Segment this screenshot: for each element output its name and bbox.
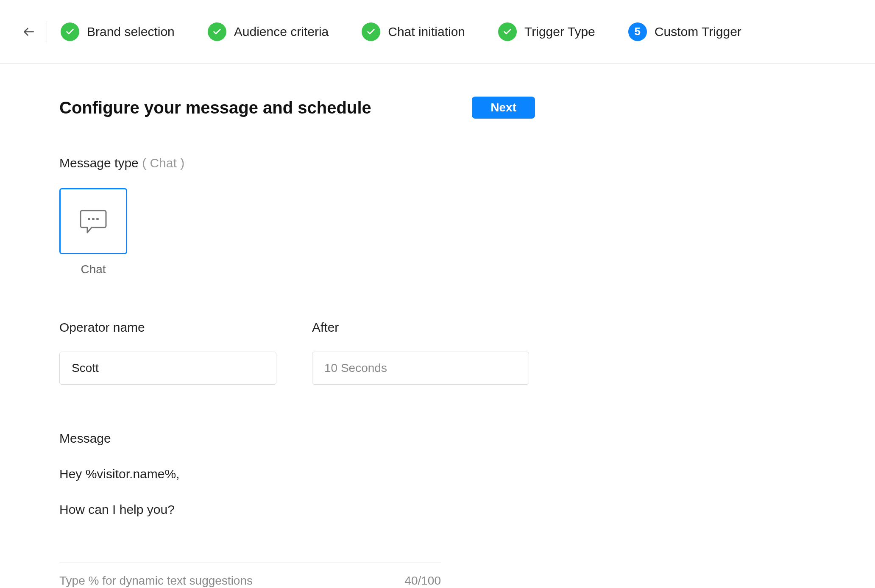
message-type-label-text: Message type: [59, 156, 139, 170]
step-custom-trigger[interactable]: 5 Custom Trigger: [628, 22, 741, 41]
message-type-label: Message type ( Chat ): [59, 156, 551, 170]
next-button[interactable]: Next: [472, 97, 535, 119]
svg-point-3: [96, 218, 99, 220]
message-textarea[interactable]: Hey %visitor.name%, How can I help you?: [59, 465, 441, 550]
check-icon: [362, 22, 380, 41]
divider: [47, 21, 47, 42]
title-row: Configure your message and schedule Next: [59, 97, 535, 119]
message-type-chat[interactable]: Chat: [59, 188, 127, 276]
message-type-selected-hint: ( Chat ): [142, 156, 184, 170]
message-footer: Type % for dynamic text suggestions 40/1…: [59, 563, 441, 588]
svg-point-1: [88, 218, 90, 220]
operator-name-input[interactable]: [59, 352, 276, 385]
step-chat-initiation[interactable]: Chat initiation: [362, 22, 465, 41]
after-select[interactable]: 10 Seconds: [312, 352, 529, 385]
message-type-chat-caption: Chat: [59, 263, 127, 276]
main-content: Configure your message and schedule Next…: [0, 64, 551, 588]
check-icon: [208, 22, 226, 41]
arrow-left-icon: [22, 25, 36, 39]
after-field: After 10 Seconds: [312, 320, 529, 385]
step-trigger-type[interactable]: Trigger Type: [498, 22, 595, 41]
stepper: Brand selection Audience criteria Chat i…: [61, 22, 741, 41]
page-title: Configure your message and schedule: [59, 98, 371, 117]
step-label: Custom Trigger: [655, 25, 741, 39]
step-label: Audience criteria: [234, 25, 329, 39]
after-select-value: 10 Seconds: [324, 361, 387, 375]
chat-icon: [80, 209, 107, 233]
message-type-options: Chat: [59, 188, 551, 276]
back-button[interactable]: [20, 23, 37, 40]
message-label: Message: [59, 431, 551, 446]
operator-name-label: Operator name: [59, 320, 276, 335]
check-icon: [498, 22, 517, 41]
message-type-chat-box: [59, 188, 127, 254]
message-hint: Type % for dynamic text suggestions: [59, 574, 253, 588]
message-counter: 40/100: [404, 574, 441, 588]
message-section: Message Hey %visitor.name%, How can I he…: [59, 431, 551, 588]
step-audience-criteria[interactable]: Audience criteria: [208, 22, 329, 41]
step-number-icon: 5: [628, 22, 647, 41]
after-label: After: [312, 320, 529, 335]
form-row: Operator name After 10 Seconds: [59, 320, 551, 385]
step-brand-selection[interactable]: Brand selection: [61, 22, 175, 41]
step-label: Brand selection: [87, 25, 175, 39]
operator-name-field: Operator name: [59, 320, 276, 385]
svg-point-2: [92, 218, 95, 220]
check-icon: [61, 22, 79, 41]
stepper-bar: Brand selection Audience criteria Chat i…: [0, 0, 875, 64]
step-label: Trigger Type: [524, 25, 595, 39]
step-label: Chat initiation: [388, 25, 465, 39]
